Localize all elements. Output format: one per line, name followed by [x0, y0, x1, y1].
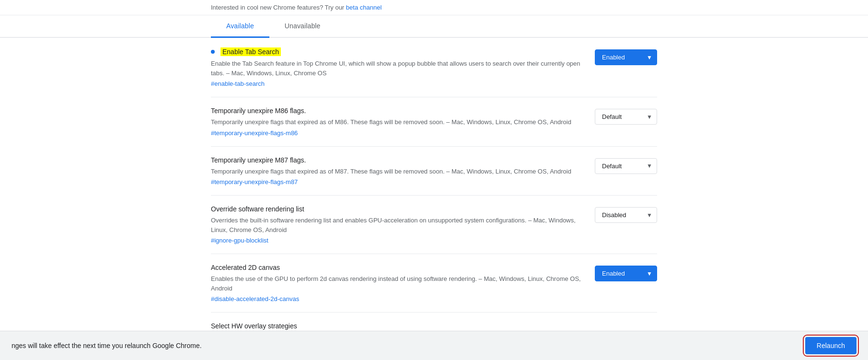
flag-link-m87[interactable]: #temporary-unexpire-flags-m87: [211, 178, 298, 186]
bottom-bar-text: nges will take effect the next time you …: [12, 342, 202, 349]
flag-link-gpu-blocklist[interactable]: #ignore-gpu-blocklist: [211, 237, 268, 244]
flag-link-2d-canvas[interactable]: #disable-accelerated-2d-canvas: [211, 295, 299, 302]
flag-title-2d-canvas: Accelerated 2D canvas: [211, 264, 585, 271]
flag-title-text-m87: Temporarily unexpire M87 flags.: [211, 156, 306, 164]
last-section: Select HW overlay strategies: [211, 313, 657, 330]
flag-control-m87: Default Enabled Disabled ▼: [595, 158, 657, 174]
flag-desc-gpu-blocklist: Overrides the built-in software renderin…: [211, 216, 585, 234]
flag-select-gpu-blocklist[interactable]: Default Enabled Disabled: [595, 207, 657, 223]
flag-select-m86[interactable]: Default Enabled Disabled: [595, 109, 657, 125]
relaunch-button[interactable]: Relaunch: [805, 337, 856, 354]
last-section-title: Select HW overlay strategies: [211, 322, 657, 330]
flag-title-text-2d-canvas: Accelerated 2D canvas: [211, 264, 280, 271]
flag-info-m87: Temporarily unexpire M87 flags. Temporar…: [211, 156, 585, 186]
flag-title-enable-tab-search: Enable Tab Search: [211, 47, 585, 56]
flag-link-enable-tab-search[interactable]: #enable-tab-search: [211, 80, 265, 87]
page-wrapper: Interested in cool new Chrome features? …: [0, 0, 868, 360]
select-wrapper-m87: Default Enabled Disabled ▼: [595, 158, 657, 174]
tabs-container: Available Unavailable: [0, 15, 868, 38]
select-wrapper-gpu-blocklist: Default Enabled Disabled ▼: [595, 207, 657, 223]
flag-item-gpu-blocklist: Override software rendering list Overrid…: [211, 196, 657, 254]
tab-unavailable[interactable]: Unavailable: [269, 15, 336, 38]
flag-info-gpu-blocklist: Override software rendering list Overrid…: [211, 205, 585, 244]
flag-title-text-m86: Temporarily unexpire M86 flags.: [211, 107, 306, 115]
flag-control-2d-canvas: Default Enabled Disabled ▼: [595, 266, 657, 281]
top-banner: Interested in cool new Chrome features? …: [0, 0, 868, 15]
flag-select-2d-canvas[interactable]: Default Enabled Disabled: [595, 266, 657, 281]
flag-dot-enable-tab-search: [211, 50, 215, 54]
flag-title-text-gpu-blocklist: Override software rendering list: [211, 205, 304, 213]
bottom-bar: nges will take effect the next time you …: [0, 331, 868, 360]
flag-select-m87[interactable]: Default Enabled Disabled: [595, 158, 657, 174]
flag-title-text-enable-tab-search: Enable Tab Search: [220, 47, 281, 56]
select-wrapper-2d-canvas: Default Enabled Disabled ▼: [595, 266, 657, 281]
flag-desc-enable-tab-search: Enable the Tab Search feature in Top Chr…: [211, 59, 585, 78]
beta-channel-link[interactable]: beta channel: [346, 4, 382, 11]
flag-item-enable-tab-search: Enable Tab Search Enable the Tab Search …: [211, 38, 657, 97]
flag-control-enable-tab-search: Default Enabled Disabled ▼: [595, 49, 657, 65]
flag-link-m86[interactable]: #temporary-unexpire-flags-m86: [211, 129, 298, 137]
banner-text: Interested in cool new Chrome features? …: [211, 4, 346, 11]
flag-item-m86: Temporarily unexpire M86 flags. Temporar…: [211, 97, 657, 147]
flag-info-m86: Temporarily unexpire M86 flags. Temporar…: [211, 107, 585, 137]
flag-item-m87: Temporarily unexpire M87 flags. Temporar…: [211, 147, 657, 196]
flag-info-enable-tab-search: Enable Tab Search Enable the Tab Search …: [211, 47, 585, 87]
select-wrapper-enable-tab-search: Default Enabled Disabled ▼: [595, 49, 657, 65]
flag-title-m86: Temporarily unexpire M86 flags.: [211, 107, 585, 115]
flag-control-m86: Default Enabled Disabled ▼: [595, 109, 657, 125]
flag-info-2d-canvas: Accelerated 2D canvas Enables the use of…: [211, 264, 585, 302]
flag-desc-m87: Temporarily unexpire flags that expired …: [211, 167, 585, 176]
content-area: Enable Tab Search Enable the Tab Search …: [0, 38, 868, 360]
flag-item-2d-canvas: Accelerated 2D canvas Enables the use of…: [211, 254, 657, 313]
flag-title-gpu-blocklist: Override software rendering list: [211, 205, 585, 213]
tab-available[interactable]: Available: [211, 15, 269, 38]
select-wrapper-m86: Default Enabled Disabled ▼: [595, 109, 657, 125]
flag-control-gpu-blocklist: Default Enabled Disabled ▼: [595, 207, 657, 223]
flag-desc-2d-canvas: Enables the use of the GPU to perform 2d…: [211, 274, 585, 293]
flag-title-m87: Temporarily unexpire M87 flags.: [211, 156, 585, 164]
flag-desc-m86: Temporarily unexpire flags that expired …: [211, 117, 585, 127]
flag-select-enable-tab-search[interactable]: Default Enabled Disabled: [595, 49, 657, 65]
